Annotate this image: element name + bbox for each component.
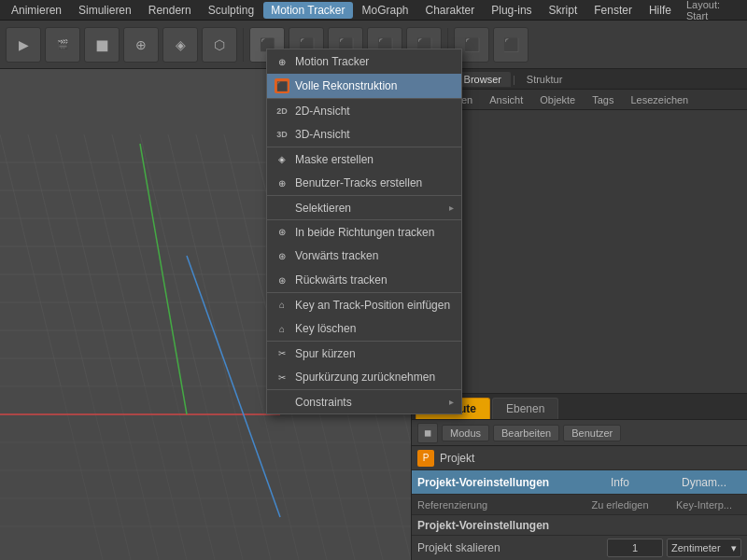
dropdown-reconstruct-icon: ⬛ xyxy=(275,78,289,93)
right-menu-lesezeichen[interactable]: Lesezeichen xyxy=(623,92,696,107)
dropdown-header[interactable]: ⊕ Motion Tracker xyxy=(267,49,461,74)
projekt-skalieren-row: Projekt skalieren 1 Zentimeter ▾ xyxy=(412,536,747,560)
toolbar-btn-5[interactable]: ◈ xyxy=(162,27,198,63)
dropdown-key-delete-icon: ⌂ xyxy=(275,321,289,336)
dropdown-spur-undo-label: Spurkürzung zurücknehmen xyxy=(295,371,454,384)
tab-ebenen[interactable]: Ebenen xyxy=(492,398,558,419)
pv-col3: Dynam... xyxy=(667,476,741,489)
dropdown-track-bwd-icon: ⊛ xyxy=(275,273,289,287)
projekt-voreinstellungen-row[interactable]: Projekt-Voreinstellungen Info Dynam... xyxy=(412,470,747,495)
toolbar-btn-2[interactable]: 🎬 xyxy=(45,27,80,63)
dropdown-3d-ansicht[interactable]: 3D 3D-Ansicht xyxy=(267,122,461,147)
dropdown-3d-icon: 3D xyxy=(275,127,289,142)
right-menu-tags[interactable]: Tags xyxy=(585,92,621,107)
menu-bar: Animieren Simulieren Rendern Sculpting M… xyxy=(0,0,747,21)
dropdown-spur-kurzen[interactable]: ✂ Spur kürzen xyxy=(267,341,461,365)
dropdown-key-insert-icon: ⌂ xyxy=(275,298,289,313)
menu-sculpting[interactable]: Sculpting xyxy=(201,2,261,19)
dropdown-track-both[interactable]: ⊛ In beide Richtungen tracken xyxy=(267,219,461,244)
menu-charakter[interactable]: Charakter xyxy=(418,2,483,19)
projekt-header: P Projekt xyxy=(412,446,747,470)
pv-col1: Projekt-Voreinstellungen xyxy=(417,476,573,489)
menu-skript[interactable]: Skript xyxy=(542,2,585,19)
dropdown-spur-icon: ✂ xyxy=(275,346,289,361)
dropdown-spur-undo-icon: ✂ xyxy=(275,370,289,385)
attr-user-btn[interactable]: Benutzer xyxy=(563,425,621,441)
dropdown-mask-icon: ◈ xyxy=(275,152,289,167)
dropdown-3d-label: 3D-Ansicht xyxy=(295,128,454,141)
dropdown-header-label: Motion Tracker xyxy=(295,55,454,68)
toolbar-btn-3[interactable]: ◼ xyxy=(84,27,120,63)
dropdown-volle-label: Volle Rekonstruktion xyxy=(295,79,454,92)
dropdown-constraints-label: Constraints xyxy=(295,396,444,409)
dropdown-key-insert[interactable]: ⌂ Key an Track-Position einfügen xyxy=(267,292,461,316)
dropdown-selektieren[interactable]: Selektieren ▸ xyxy=(267,195,461,219)
menu-rendern[interactable]: Rendern xyxy=(141,2,199,19)
projekt-icon: P xyxy=(417,450,434,467)
dropdown-maske-label: Maske erstellen xyxy=(295,153,454,166)
toolbar-sep-1 xyxy=(243,28,244,62)
layout-label: Layout: Start xyxy=(681,0,743,23)
dropdown-volle-rekonstruktion[interactable]: ⬛ Volle Rekonstruktion xyxy=(267,74,461,98)
dropdown-constraints-icon xyxy=(275,395,289,410)
projekt-label: Projekt xyxy=(440,452,474,465)
dropdown-spur-undo[interactable]: ✂ Spurkürzung zurücknehmen xyxy=(267,365,461,389)
dropdown-constraints[interactable]: Constraints ▸ xyxy=(267,389,461,413)
right-menu-objekte[interactable]: Objekte xyxy=(532,92,583,107)
ps-value[interactable]: 1 xyxy=(607,539,663,557)
ps-label: Projekt skalieren xyxy=(417,541,607,554)
dropdown-2d-label: 2D-Ansicht xyxy=(295,105,454,118)
toolbar-btn-1[interactable]: ▶ xyxy=(6,27,41,63)
table-data-row: Referenzierung Zu erledigen Key-Interp..… xyxy=(412,495,747,515)
dropdown-key-insert-label: Key an Track-Position einfügen xyxy=(295,299,454,312)
toolbar-btn-6[interactable]: ⬡ xyxy=(202,27,237,63)
attr-mode-btn[interactable]: Modus xyxy=(442,425,489,441)
menu-mograph[interactable]: MoGraph xyxy=(355,2,416,19)
menu-simulieren[interactable]: Simulieren xyxy=(71,2,139,19)
attr-toolbar-icon[interactable]: ◼ xyxy=(417,423,438,443)
toolbar-btn-13[interactable]: ⬛ xyxy=(493,27,529,63)
dropdown-key-delete-label: Key löschen xyxy=(295,322,454,335)
dropdown-maske-erstellen[interactable]: ◈ Maske erstellen xyxy=(267,147,461,171)
dropdown-benutzer-tracks[interactable]: ⊕ Benutzer-Tracks erstellen xyxy=(267,171,461,195)
dropdown-key-delete[interactable]: ⌂ Key löschen xyxy=(267,316,461,341)
menu-fenster[interactable]: Fenster xyxy=(586,2,640,19)
dropdown-track-bwd-label: Rückwärts tracken xyxy=(295,273,454,287)
dropdown-select-icon xyxy=(275,201,289,216)
dropdown-tracks-label: Benutzer-Tracks erstellen xyxy=(295,176,454,189)
dropdown-2d-icon: 2D xyxy=(275,104,289,119)
menu-motion-tracker[interactable]: Motion Tracker xyxy=(263,2,352,19)
dropdown-spur-label: Spur kürzen xyxy=(295,347,454,360)
dropdown-track-bwd[interactable]: ⊛ Rückwärts tracken xyxy=(267,268,461,292)
ps-unit-chevron: ▾ xyxy=(731,542,737,554)
toolbar-btn-4[interactable]: ⊕ xyxy=(123,27,159,63)
dropdown-track-both-label: In beide Richtungen tracken xyxy=(295,226,454,239)
constraints-arrow: ▸ xyxy=(449,397,454,407)
dropdown-track-fwd-icon: ⊛ xyxy=(275,248,289,263)
tab-struktur[interactable]: Struktur xyxy=(517,72,572,87)
menu-plugins[interactable]: Plug-ins xyxy=(484,2,539,19)
attr-toolbar: ◼ Modus Bearbeiten Benutzer xyxy=(412,420,747,446)
menu-animieren[interactable]: Animieren xyxy=(4,2,69,19)
dropdown-2d-ansicht[interactable]: 2D 2D-Ansicht xyxy=(267,98,461,122)
dropdown-selektieren-label: Selektieren xyxy=(295,202,444,215)
dropdown-track-fwd-label: Vorwärts tracken xyxy=(295,249,454,262)
attr-edit-btn[interactable]: Bearbeiten xyxy=(493,425,559,441)
ps-unit-dropdown[interactable]: Zentimeter ▾ xyxy=(667,539,741,557)
dropdown-track-fwd[interactable]: ⊛ Vorwärts tracken xyxy=(267,244,461,268)
dropdown-track-both-icon: ⊛ xyxy=(275,225,289,240)
table-col2: Zu erledigen xyxy=(573,499,667,511)
table-col3: Key-Interp... xyxy=(667,499,741,511)
pv-col2: Info xyxy=(573,476,667,489)
pv-section-label: Projekt-Voreinstellungen xyxy=(412,515,747,536)
dropdown-tracker-icon: ⊕ xyxy=(275,54,289,69)
table-col1: Referenzierung xyxy=(417,499,573,511)
selektieren-arrow: ▸ xyxy=(449,203,454,213)
dropdown-tracks-icon: ⊕ xyxy=(275,175,289,190)
menu-hilfe[interactable]: Hilfe xyxy=(641,2,679,19)
right-menu-ansicht[interactable]: Ansicht xyxy=(482,92,530,107)
dropdown-menu: ⊕ Motion Tracker ⬛ Volle Rekonstruktion … xyxy=(266,49,462,414)
